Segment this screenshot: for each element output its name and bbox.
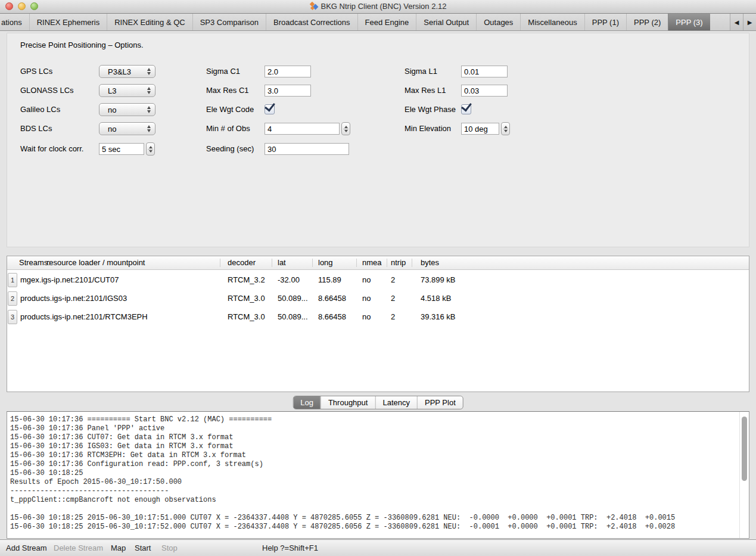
cell-long: 8.66458 <box>318 309 346 325</box>
log-line: 15-06-30 10:18:25 2015-06-30_10:17:51.00… <box>10 514 738 523</box>
max-res-l1-label: Max Res L1 <box>405 85 446 97</box>
tab-outages[interactable]: Outages <box>476 14 520 30</box>
cell-nmea: no <box>362 290 371 307</box>
window-title-text: BKG Ntrip Client (BNC) Version 2.12 <box>321 2 447 11</box>
gps-lcs-dropdown[interactable]: P3&L3 <box>99 65 155 78</box>
tab-ppp-3[interactable]: PPP (3) <box>668 14 710 30</box>
tab-log[interactable]: Log <box>293 396 321 409</box>
tab-latency[interactable]: Latency <box>375 396 417 409</box>
bottom-tab-bar: Log Throughput Latency PPP Plot <box>293 396 463 409</box>
log-line: ------------------------------------- <box>10 487 738 496</box>
log-pane[interactable]: 15-06-30 10:17:36 ========== Start BNC v… <box>7 411 749 539</box>
sigma-l1-label: Sigma L1 <box>405 66 437 77</box>
tab-rinex-ephemeris[interactable]: RINEX Ephemeris <box>29 14 107 30</box>
header-nmea: nmea <box>362 256 382 269</box>
cell-long: 115.89 <box>318 272 341 288</box>
cell-decoder: RTCM_3.2 <box>228 272 265 288</box>
row-number[interactable]: 2 <box>8 291 17 306</box>
title-bar[interactable]: BKG Ntrip Client (BNC) Version 2.12 <box>0 0 756 14</box>
tab-broadcast-corrections[interactable]: Broadcast Corrections <box>266 14 357 30</box>
streams-table: Streams: resource loader / mountpoint de… <box>7 256 749 392</box>
tab-miscellaneous[interactable]: Miscellaneous <box>520 14 584 30</box>
sigma-l1-input[interactable] <box>461 66 508 77</box>
status-bar: Add Stream Delete Stream Map Start Stop … <box>0 539 756 556</box>
checkmark-icon <box>461 101 472 112</box>
glonass-lcs-value: L3 <box>99 86 147 95</box>
table-row[interactable]: 1 mgex.igs-ip.net:2101/CUT07 RTCM_3.2 -3… <box>7 272 749 288</box>
log-line: 15-06-30 10:17:36 CUT07: Get data in RTC… <box>10 433 738 442</box>
min-obs-stepper[interactable] <box>341 122 350 135</box>
cell-bytes: 73.899 kB <box>421 272 456 288</box>
row-number[interactable]: 3 <box>8 310 17 324</box>
tab-rinex-editing-qc[interactable]: RINEX Editing & QC <box>107 14 192 30</box>
map-button[interactable]: Map <box>111 540 126 556</box>
header-decoder: decoder <box>228 256 256 269</box>
max-res-l1-input[interactable] <box>461 85 508 97</box>
min-elevation-stepper[interactable] <box>501 122 510 135</box>
cell-ntrip: 2 <box>391 309 395 325</box>
gps-lcs-label: GPS LCs <box>20 66 52 77</box>
ele-wgt-phase-checkbox[interactable] <box>461 104 471 114</box>
log-scrollbar[interactable] <box>739 412 749 538</box>
streams-table-header[interactable]: Streams: resource loader / mountpoint de… <box>7 256 749 270</box>
glonass-lcs-dropdown[interactable]: L3 <box>99 84 155 97</box>
ele-wgt-phase-label: Ele Wgt Phase <box>405 104 456 116</box>
cell-mountpoint: products.igs-ip.net:2101/RTCM3EPH <box>20 309 148 325</box>
ele-wgt-code-checkbox[interactable] <box>265 104 275 114</box>
wait-clock-stepper[interactable] <box>146 142 155 156</box>
cell-ntrip: 2 <box>391 272 395 288</box>
bds-lcs-dropdown[interactable]: no <box>99 122 155 135</box>
wait-clock-label: Wait for clock corr. <box>20 143 83 155</box>
header-streams: Streams: <box>19 256 50 269</box>
start-button[interactable]: Start <box>135 540 151 556</box>
cell-ntrip: 2 <box>391 290 395 307</box>
table-row[interactable]: 2 products.igs-ip.net:2101/IGS03 RTCM_3.… <box>7 290 749 307</box>
ele-wgt-code-label: Ele Wgt Code <box>206 104 254 116</box>
add-stream-button[interactable]: Add Stream <box>6 540 47 556</box>
tab-ppp-plot[interactable]: PPP Plot <box>417 396 463 409</box>
log-line <box>10 505 738 514</box>
header-bytes: bytes <box>421 256 439 269</box>
galileo-lcs-dropdown[interactable]: no <box>99 103 155 116</box>
header-ntrip: ntrip <box>391 256 406 269</box>
cell-mountpoint: products.igs-ip.net:2101/IGS03 <box>20 290 127 307</box>
cell-lat: 50.089... <box>278 309 308 325</box>
tab-throughput[interactable]: Throughput <box>321 396 375 409</box>
log-scrollbar-thumb[interactable] <box>742 417 747 481</box>
stop-button[interactable]: Stop <box>161 540 178 556</box>
log-line: 15-06-30 10:17:36 RTCM3EPH: Get data in … <box>10 451 738 460</box>
galileo-lcs-value: no <box>99 105 147 114</box>
tab-feed-engine[interactable]: Feed Engine <box>357 14 416 30</box>
header-long: long <box>318 256 333 269</box>
header-mountpoint: resource loader / mountpoint <box>46 256 145 269</box>
delete-stream-button[interactable]: Delete Stream <box>54 540 103 556</box>
window-title: BKG Ntrip Client (BNC) Version 2.12 <box>0 0 756 13</box>
panel-heading: Precise Point Positioning – Options. <box>20 41 144 49</box>
tab-ppp-1[interactable]: PPP (1) <box>584 14 626 30</box>
seeding-input[interactable] <box>265 143 349 155</box>
sigma-c1-input[interactable] <box>265 66 311 77</box>
max-res-c1-input[interactable] <box>265 85 311 97</box>
help-shortcut-label: Help ?=Shift+F1 <box>262 540 318 556</box>
row-number[interactable]: 1 <box>8 273 17 287</box>
tab-ations[interactable]: ations <box>0 14 29 30</box>
tab-serial-output[interactable]: Serial Output <box>416 14 476 30</box>
min-obs-input[interactable] <box>265 123 340 135</box>
log-line: 15-06-30 10:17:36 Panel 'PPP' active <box>10 424 738 433</box>
tab-ppp-2[interactable]: PPP (2) <box>626 14 668 30</box>
cell-decoder: RTCM_3.0 <box>228 309 265 325</box>
min-elevation-input[interactable] <box>461 123 499 135</box>
tab-sp3-comparison[interactable]: SP3 Comparison <box>192 14 266 30</box>
checkmark-icon <box>265 101 275 112</box>
header-lat: lat <box>278 256 286 269</box>
cell-lat: 50.089... <box>278 290 308 307</box>
cell-nmea: no <box>362 272 371 288</box>
max-res-c1-label: Max Res C1 <box>206 85 249 97</box>
tab-scroll-left-button[interactable]: ◀ <box>730 14 743 30</box>
tab-scroll-right-button[interactable]: ▶ <box>743 14 756 30</box>
glonass-lcs-label: GLONASS LCs <box>20 85 74 97</box>
wait-clock-input[interactable] <box>99 143 144 155</box>
table-row[interactable]: 3 products.igs-ip.net:2101/RTCM3EPH RTCM… <box>7 309 749 325</box>
log-line: 15-06-30 10:17:36 Configuration read: PP… <box>10 460 738 469</box>
updown-arrows-icon <box>147 87 151 94</box>
